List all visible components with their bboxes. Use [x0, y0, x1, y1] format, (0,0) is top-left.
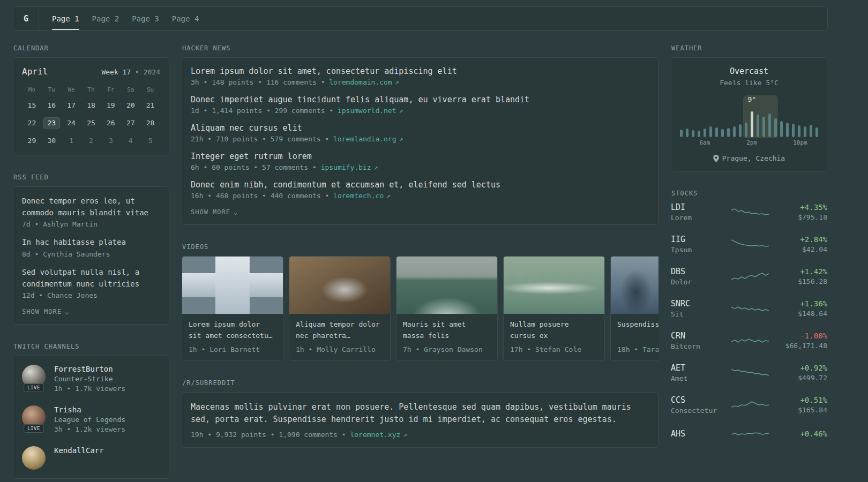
calendar-day-header: Mo: [22, 86, 42, 93]
stock-sparkline: [724, 334, 776, 348]
rss-item-headline[interactable]: Sed volutpat nulla nisl, a condimentum n…: [22, 267, 160, 290]
videos-widget: VIDEOS Lorem ipsum dolor sit amet consec…: [182, 243, 659, 361]
subreddit-card: Maecenas mollis pulvinar erat non posuer…: [182, 392, 659, 448]
subreddit-post-text[interactable]: Maecenas mollis pulvinar erat non posuer…: [191, 401, 649, 426]
hn-item-title[interactable]: Integer eget rutrum lorem: [191, 152, 649, 161]
hn-item-meta-text: 21h • 710 points • 579 comments •: [191, 135, 329, 143]
calendar-day-header: Tu: [42, 86, 62, 93]
video-thumbnail[interactable]: [396, 257, 497, 314]
app-logo[interactable]: G: [13, 7, 39, 30]
video-title[interactable]: Lorem ipsum dolor sit amet consectetu…: [182, 314, 283, 342]
stock-price: $66,171.48: [776, 342, 827, 350]
tab-page-2[interactable]: Page 2: [92, 7, 119, 30]
weather-bar: [810, 125, 812, 137]
video-thumbnail[interactable]: [504, 257, 604, 314]
weather-bar: [774, 118, 777, 137]
stock-row: DBS Dolor +1.42% $156.28: [671, 267, 827, 286]
weather-bar: [704, 129, 706, 137]
stocks-list: LDI Lorem +4.35% $795.18 IIG Ipsum: [671, 202, 827, 441]
hn-item-title[interactable]: Donec imperdiet augue tincidunt felis al…: [191, 95, 649, 104]
weather-bar: [680, 130, 683, 137]
hn-item-domain-link[interactable]: ipsumify.biz: [321, 163, 371, 171]
subreddit-domain-link[interactable]: loremnet.xyz: [350, 431, 400, 439]
stock-name: Bitcorn: [671, 342, 724, 350]
twitch-channel[interactable]: LIVE ForrestBurton Counter-Strike 1h • 1…: [22, 365, 160, 393]
stock-name: Amet: [671, 374, 724, 382]
calendar-day: 22: [22, 117, 42, 129]
hn-item-meta: 16h • 468 points • 440 comments • loremt…: [191, 192, 649, 200]
hn-item: Integer eget rutrum lorem 6h • 60 points…: [191, 152, 649, 171]
tab-page-1[interactable]: Page 1: [52, 7, 79, 30]
stock-symbol: DBS: [671, 267, 724, 276]
stock-symbol: SNRC: [671, 299, 724, 308]
hackernews-widget-title: HACKER NEWS: [182, 44, 659, 52]
calendar-day: 25: [81, 117, 101, 129]
twitch-channel[interactable]: KendallCarr: [22, 446, 160, 470]
weather-bar: [792, 124, 795, 137]
tab-page-4[interactable]: Page 4: [172, 7, 199, 30]
stock-sparkline: [724, 366, 776, 380]
video-title[interactable]: Nullam posuere cursus ex: [504, 314, 604, 342]
external-link-icon: ↗: [403, 431, 407, 439]
weather-bar: [798, 125, 800, 137]
hn-item: Lorem ipsum dolor sit amet, consectetur …: [191, 66, 649, 86]
video-title[interactable]: Mauris sit amet massa felis: [396, 314, 497, 342]
video-title[interactable]: Aliquam tempor dolor nec pharetra…: [289, 314, 390, 342]
calendar-day: 20: [121, 100, 140, 111]
hn-item-domain-link[interactable]: loremdomain.com: [329, 78, 392, 86]
hn-item-title[interactable]: Donec enim nibh, condimentum et accumsan…: [191, 180, 649, 190]
sparkline-chart: [731, 302, 769, 315]
tab-page-3[interactable]: Page 3: [132, 7, 159, 30]
weather-bar: [721, 129, 724, 137]
video-thumbnail[interactable]: [289, 257, 390, 314]
weather-bar: [768, 114, 771, 137]
video-card[interactable]: Suspendisse diam 18h • Tara: [610, 256, 659, 361]
video-card[interactable]: Mauris sit amet massa felis 7h • Grayson…: [396, 256, 498, 361]
video-card[interactable]: Lorem ipsum dolor sit amet consectetu… 1…: [182, 256, 283, 361]
video-title[interactable]: Suspendisse diam: [611, 314, 659, 342]
avatar-wrap: [22, 446, 46, 470]
calendar-day: 15: [22, 100, 42, 111]
stock-change: +2.84%: [776, 235, 827, 244]
weather-bar: [815, 127, 818, 137]
weather-feels-like: Feels like 5°C: [680, 79, 818, 87]
hn-show-more-button[interactable]: SHOW MORE⌄: [191, 208, 649, 216]
video-thumbnail[interactable]: [182, 257, 283, 314]
stock-sparkline: [724, 205, 776, 219]
rss-show-more-button[interactable]: SHOW MORE⌄: [22, 308, 160, 315]
rss-item-headline[interactable]: Donec tempor eros leo, ut commodo mauris…: [22, 195, 160, 219]
hn-item-meta: 6h • 60 points • 57 comments • ipsumify.…: [191, 163, 649, 171]
video-thumbnail[interactable]: [611, 257, 659, 314]
hn-item-title[interactable]: Aliquam nec cursus elit: [191, 123, 649, 133]
video-card[interactable]: Aliquam tempor dolor nec pharetra… 1h • …: [289, 256, 391, 361]
twitch-channel-info: ForrestBurton Counter-Strike 1h • 1.7k v…: [54, 365, 125, 393]
twitch-channel-meta: 1h • 1.7k viewers: [54, 385, 125, 393]
calendar-widget-title: CALENDAR: [13, 44, 169, 52]
calendar-day-header: We: [62, 86, 81, 93]
stock-sparkline: [724, 269, 776, 283]
calendar-day: 28: [140, 117, 160, 129]
hn-item-title[interactable]: Lorem ipsum dolor sit amet, consectetur …: [191, 66, 649, 76]
stock-row: AHS +0.46%: [671, 427, 827, 441]
stocks-widget-title: STOCKS: [671, 190, 827, 197]
videos-row: Lorem ipsum dolor sit amet consectetu… 1…: [182, 256, 659, 361]
video-card[interactable]: Nullam posuere cursus ex 17h • Stefan Co…: [503, 256, 605, 361]
rss-item-headline[interactable]: In hac habitasse platea: [22, 237, 160, 248]
subreddit-post: Maecenas mollis pulvinar erat non posuer…: [191, 401, 649, 439]
avatar: [22, 446, 46, 470]
chevron-down-icon: ⌄: [65, 308, 69, 315]
stock-values: -1.00% $66,171.48: [776, 332, 827, 350]
hn-item: Donec enim nibh, condimentum et accumsan…: [191, 180, 649, 200]
hn-item-domain-link[interactable]: loremlandia.org: [333, 135, 396, 143]
twitch-channel-name: KendallCarr: [54, 446, 104, 455]
weather-bar: [715, 127, 718, 137]
hn-item-domain-link[interactable]: loremtech.co: [333, 192, 384, 200]
twitch-widget: TWITCH CHANNELS LIVE ForrestBurton Count…: [13, 343, 169, 479]
stock-symbol: AET: [671, 363, 724, 373]
calendar-day-next-month: 5: [140, 135, 160, 146]
hn-item-domain-link[interactable]: ipsumworld.net: [338, 107, 396, 115]
stock-change: +0.51%: [776, 396, 827, 404]
calendar-card: April Week 17 • 2024 Mo Tu We Th Fr Sa: [13, 57, 169, 155]
twitch-channel[interactable]: LIVE Trisha League of Legends 3h • 1.2k …: [22, 405, 160, 433]
weather-bar: [709, 126, 712, 137]
